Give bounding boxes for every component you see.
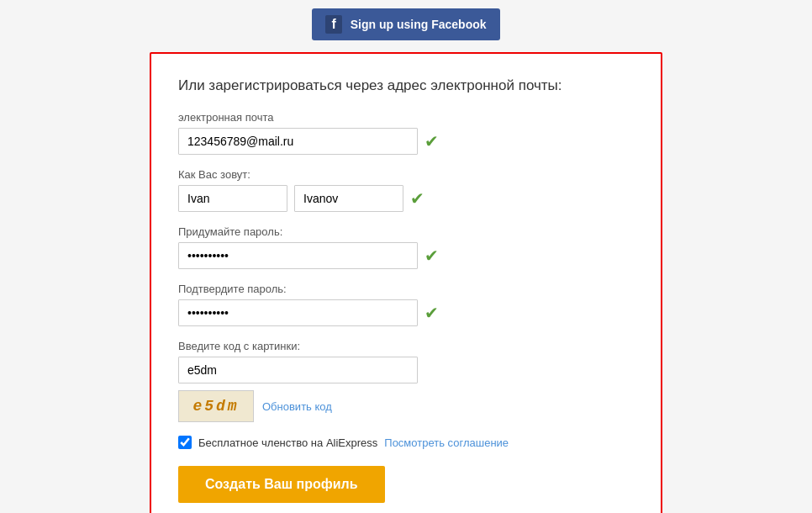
terms-row: Бесплатное членство на AliExpress Посмот…: [178, 436, 634, 449]
captcha-label: Введите код с картинки:: [178, 340, 634, 352]
captcha-field-group: Введите код с картинки: e5dm Обновить ко…: [178, 340, 634, 422]
name-valid-icon: ✔: [410, 188, 424, 209]
captcha-image-row: e5dm Обновить код: [178, 390, 634, 422]
password-valid-icon: ✔: [424, 246, 439, 266]
terms-link[interactable]: Посмотреть соглашение: [384, 436, 509, 449]
page-wrapper: f Sign up using Facebook Или зарегистрир…: [0, 0, 812, 513]
password-label: Придумайте пароль:: [178, 225, 634, 238]
terms-text: Бесплатное членство на AliExpress: [198, 436, 377, 449]
last-name-input[interactable]: [294, 185, 403, 212]
email-valid-icon: ✔: [424, 131, 439, 151]
email-row: ✔: [178, 128, 634, 155]
refresh-captcha-link[interactable]: Обновить код: [262, 400, 332, 413]
captcha-image: e5dm: [178, 390, 254, 422]
password-field-group: Придумайте пароль: ✔: [178, 225, 634, 269]
email-field-group: электронная почта ✔: [178, 111, 634, 155]
form-title: Или зарегистрироваться через адрес элект…: [178, 77, 634, 94]
facebook-signup-button[interactable]: f Sign up using Facebook: [312, 8, 499, 40]
email-input[interactable]: [178, 128, 418, 155]
registration-form: Или зарегистрироваться через адрес элект…: [150, 52, 662, 513]
captcha-input-row: [178, 357, 634, 383]
confirm-row: ✔: [178, 299, 634, 326]
facebook-button-label: Sign up using Facebook: [351, 18, 487, 31]
name-label: Как Вас зовут:: [178, 168, 634, 181]
submit-button[interactable]: Создать Ваш профиль: [178, 466, 385, 503]
first-name-input[interactable]: [178, 185, 287, 212]
captcha-input[interactable]: [178, 357, 418, 383]
confirm-field-group: Подтвердите пароль: ✔: [178, 283, 634, 326]
confirm-label: Подтвердите пароль:: [178, 283, 634, 295]
email-label: электронная почта: [178, 111, 634, 124]
password-row: ✔: [178, 242, 634, 269]
password-input[interactable]: [178, 242, 418, 269]
name-field-group: Как Вас зовут: ✔: [178, 168, 634, 212]
confirm-input[interactable]: [178, 299, 418, 326]
confirm-valid-icon: ✔: [424, 303, 439, 323]
facebook-icon: f: [325, 15, 341, 34]
name-row: ✔: [178, 185, 634, 212]
terms-checkbox[interactable]: [178, 436, 192, 449]
